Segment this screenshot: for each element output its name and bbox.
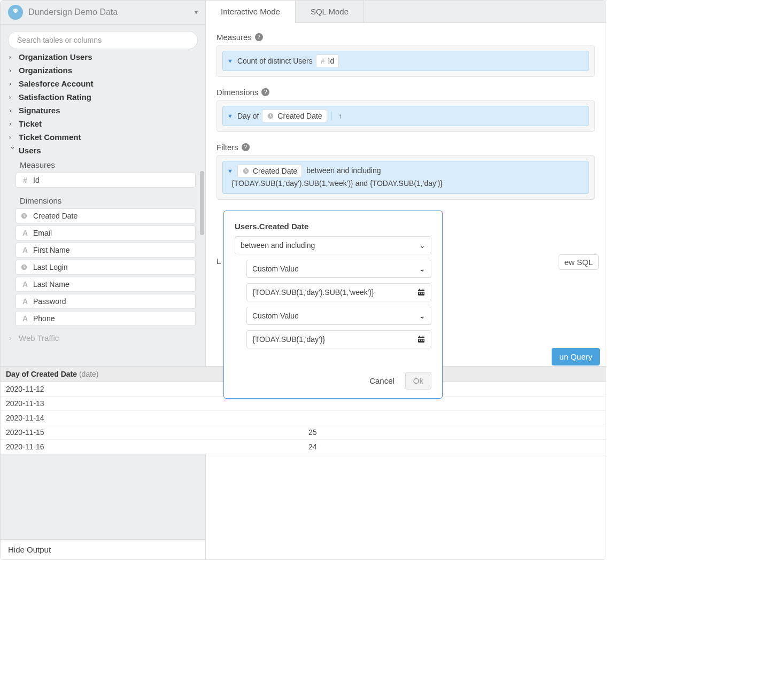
measures-dropzone[interactable]: ▼ Count of distinct Users # Id [216,45,595,77]
search-input[interactable] [8,31,198,49]
table-row[interactable]: 2020-11-14 [1,411,606,425]
dimension-pill[interactable]: ALast Name [16,277,196,292]
chevron-right-icon: › [9,133,17,141]
popover-actions: Cancel Ok [235,372,431,390]
calendar-icon[interactable] [417,288,426,297]
svg-rect-5 [419,289,420,290]
chevron-right-icon: › [9,66,17,74]
limit-label-partial: L [216,256,221,266]
table-row[interactable]: 2020-11-1525 [1,425,606,440]
ok-button[interactable]: Ok [405,372,431,390]
chevron-down-icon: ⌄ [419,265,426,273]
filter-field: Created Date [237,165,302,177]
chip-menu-icon[interactable]: ▼ [227,168,233,174]
to-type-select[interactable]: Custom Value ⌄ [246,307,431,325]
tab-interactive[interactable]: Interactive Mode [206,1,296,23]
number-icon: # [321,57,325,65]
table-row[interactable]: 2020-11-13 [1,396,606,411]
filter-popover: Users.Created Date between and including… [223,211,443,399]
dimension-pill[interactable]: Last Login [16,260,196,275]
dimension-pill[interactable]: APhone [16,311,196,326]
calendar-icon[interactable] [417,335,426,344]
chevron-right-icon: › [9,93,17,101]
from-type-select[interactable]: Custom Value ⌄ [246,260,431,278]
clock-icon [20,263,30,271]
clock-icon [242,167,250,175]
svg-rect-6 [423,289,423,290]
text-type-icon: A [20,297,30,306]
clock-icon [267,112,274,120]
postgres-icon [8,5,23,20]
operator-select[interactable]: between and including ⌄ [235,236,431,254]
table-row[interactable]: 2020-11-1624 [1,440,606,454]
help-icon[interactable]: ? [242,143,250,151]
number-icon: # [20,176,30,184]
filters-dropzone[interactable]: ▼ Created Date between and including {TO… [216,155,595,200]
scrollbar-thumb[interactable] [200,171,204,235]
cell-count: 25 [303,425,606,439]
table-row-webtraffic[interactable]: › Web Traffic [8,331,200,345]
dimension-pill[interactable]: AEmail [16,225,196,240]
text-type-icon: A [20,246,30,254]
measure-pill[interactable]: #Id [16,173,196,188]
to-value-input[interactable] [252,335,413,344]
chevron-down-icon: ⌄ [419,312,426,320]
chevron-right-icon: › [9,120,17,128]
text-type-icon: A [20,280,30,289]
to-value-input-wrap [246,330,431,348]
dimensions-list: Created DateAEmailAFirst NameLast LoginA… [8,208,200,331]
table-row-users[interactable]: › Users [8,144,200,157]
dimensions-dropzone[interactable]: ▼ Day of Created Date ↑ [216,100,595,132]
measures-heading: Measures [8,157,200,173]
svg-rect-12 [419,336,420,337]
dimension-pill[interactable]: Created Date [16,208,196,223]
dimension-pill[interactable]: APassword [16,294,196,309]
help-icon[interactable]: ? [261,88,269,96]
chevron-right-icon: › [9,53,17,61]
chevron-right-icon: › [9,334,17,342]
chip-menu-icon[interactable]: ▼ [227,58,233,64]
table-row[interactable]: ›Organizations [8,64,200,77]
svg-rect-4 [418,290,424,295]
datasource-selector[interactable]: Dundersign Demo Data ▾ [1,1,205,25]
chevron-right-icon: › [9,106,17,114]
table-row[interactable]: › Organization Users [8,53,200,64]
run-query-button[interactable]: un Query [552,348,600,365]
svg-rect-16 [421,340,422,341]
mode-tabs: Interactive Mode SQL Mode [206,1,606,23]
cell-count [303,411,606,425]
dimension-pill[interactable]: AFirst Name [16,243,196,258]
dimension-chip[interactable]: ▼ Day of Created Date ↑ [222,106,589,126]
hide-output-toggle[interactable]: Hide Output [1,539,205,559]
app-root: Dundersign Demo Data ▾ › Organization Us… [0,0,606,560]
search-wrap [1,25,205,53]
svg-rect-11 [418,337,424,343]
filter-chip[interactable]: ▼ Created Date between and including {TO… [222,161,589,194]
svg-rect-7 [418,291,424,292]
help-icon[interactable]: ? [255,33,263,41]
filters-section-title: Filters ? [216,143,595,152]
clock-icon [20,212,30,220]
cell-date: 2020-11-15 [1,425,303,439]
caret-down-icon: ▾ [195,9,198,16]
cell-count: 24 [303,440,606,454]
tab-sql[interactable]: SQL Mode [296,1,364,22]
svg-rect-17 [423,340,424,341]
dimensions-heading: Dimensions [8,193,200,208]
table-row[interactable]: ›Signatures [8,104,200,117]
cancel-button[interactable]: Cancel [366,372,398,390]
table-row[interactable]: ›Salesforce Account [8,77,200,90]
datasource-name: Dundersign Demo Data [28,7,195,17]
svg-rect-9 [421,293,422,294]
table-row[interactable]: ›Ticket Comment [8,130,200,144]
text-type-icon: A [20,314,30,323]
measure-chip[interactable]: ▼ Count of distinct Users # Id [222,51,589,71]
svg-rect-13 [423,336,423,337]
from-value-input[interactable] [252,288,413,297]
sort-asc-icon[interactable]: ↑ [331,112,342,120]
chip-menu-icon[interactable]: ▼ [227,113,233,119]
svg-rect-8 [419,293,420,294]
table-row[interactable]: ›Ticket [8,117,200,130]
view-sql-button-partial[interactable]: ew SQL [559,254,599,270]
table-row[interactable]: ›Satisfaction Rating [8,90,200,104]
